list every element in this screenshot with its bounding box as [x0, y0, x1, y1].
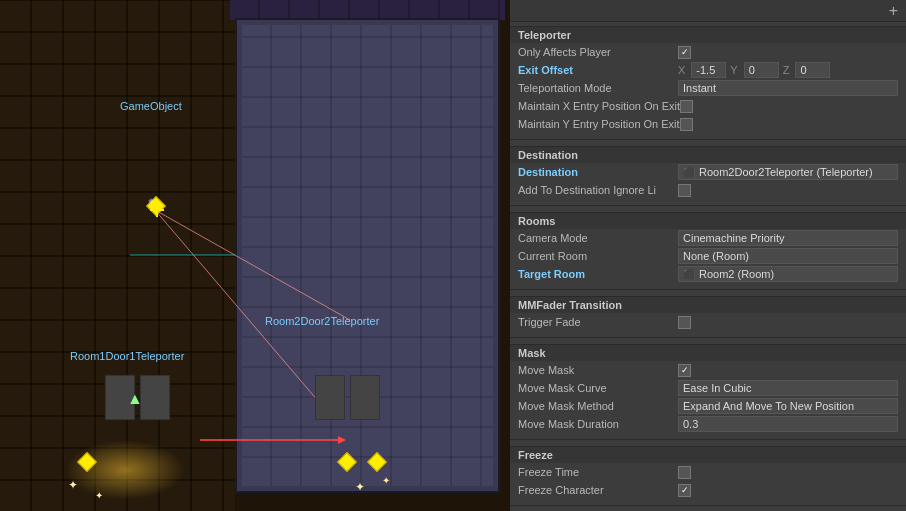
exit-offset-x[interactable]: -1.5: [691, 62, 726, 78]
divider-4: [510, 337, 906, 338]
freeze-time-checkbox[interactable]: [678, 466, 691, 479]
sparkle-3: ✦: [355, 480, 365, 494]
mmfader-title: MMFader Transition: [510, 296, 906, 313]
destination-title: Destination: [510, 146, 906, 163]
freeze-title: Freeze: [510, 446, 906, 463]
destination-row: Destination ⬛ Room2Door2Teleporter (Tele…: [510, 163, 906, 181]
divider-5: [510, 439, 906, 440]
z-label: Z: [783, 64, 790, 76]
move-mask-curve-label: Move Mask Curve: [518, 382, 678, 394]
teleportation-mode-value[interactable]: Instant: [678, 80, 898, 96]
diamond-icon-4: [370, 455, 384, 469]
room-obj-icon: ⬛: [683, 269, 695, 280]
structure-door2-left: [315, 375, 345, 420]
add-ignore-label: Add To Destination Ignore Li: [518, 184, 678, 196]
game-view: GameObject Room1Door1Teleporter ✦ ✦: [0, 0, 510, 511]
move-mask-duration-label: Move Mask Duration: [518, 418, 678, 430]
divider-2: [510, 205, 906, 206]
only-affects-player-row: Only Affects Player: [510, 43, 906, 61]
x-label: X: [678, 64, 685, 76]
trigger-fade-row: Trigger Fade: [510, 313, 906, 331]
destination-label: Destination: [518, 166, 678, 178]
move-mask-label: Move Mask: [518, 364, 678, 376]
camera-mode-label: Camera Mode: [518, 232, 678, 244]
camera-mode-value[interactable]: Cinemachine Priority: [678, 230, 898, 246]
move-mask-method-value[interactable]: Expand And Move To New Position: [678, 398, 898, 414]
glow-room1: [65, 440, 185, 500]
maintain-y-label: Maintain Y Entry Position On Exit: [518, 118, 680, 130]
structure-door1-right: [140, 375, 170, 420]
move-mask-method-label: Move Mask Method: [518, 400, 678, 412]
freeze-character-checkbox[interactable]: [678, 484, 691, 497]
divider-6: [510, 505, 906, 506]
section-mask: Mask Move Mask Move Mask Curve Ease In C…: [510, 340, 906, 437]
trigger-fade-checkbox[interactable]: [678, 316, 691, 329]
move-mask-checkbox[interactable]: [678, 364, 691, 377]
section-teleporter: Teleporter Only Affects Player Exit Offs…: [510, 22, 906, 137]
move-mask-curve-value[interactable]: Ease In Cubic: [678, 380, 898, 396]
move-mask-duration-row: Move Mask Duration 0.3: [510, 415, 906, 433]
structure-door2-right: [350, 375, 380, 420]
maintain-y-checkbox[interactable]: [680, 118, 693, 131]
move-mask-curve-row: Move Mask Curve Ease In Cubic: [510, 379, 906, 397]
obj-icon: ⬛: [683, 167, 695, 178]
inspector-panel: + Teleporter Only Affects Player Exit Of…: [510, 0, 906, 511]
target-room-value[interactable]: ⬛ Room2 (Room): [678, 266, 898, 282]
current-room-row: Current Room None (Room): [510, 247, 906, 265]
section-rooms: Rooms Camera Mode Cinemachine Priority C…: [510, 208, 906, 287]
add-ignore-checkbox[interactable]: [678, 184, 691, 197]
exit-offset-values: X -1.5 Y 0 Z 0: [678, 62, 830, 78]
teleportation-mode-label: Teleportation Mode: [518, 82, 678, 94]
inspector-header: +: [510, 0, 906, 22]
mask-title: Mask: [510, 344, 906, 361]
add-ignore-row: Add To Destination Ignore Li: [510, 181, 906, 199]
add-button[interactable]: +: [889, 3, 898, 19]
maintain-x-checkbox[interactable]: [680, 100, 693, 113]
only-affects-player-checkbox[interactable]: [678, 46, 691, 59]
divider-3: [510, 289, 906, 290]
rooms-title: Rooms: [510, 212, 906, 229]
teleportation-mode-row: Teleportation Mode Instant: [510, 79, 906, 97]
exit-offset-z[interactable]: 0: [795, 62, 830, 78]
section-mmfader: MMFader Transition Trigger Fade: [510, 292, 906, 335]
y-label: Y: [730, 64, 737, 76]
move-mask-duration-value[interactable]: 0.3: [678, 416, 898, 432]
divider-1: [510, 139, 906, 140]
camera-mode-row: Camera Mode Cinemachine Priority: [510, 229, 906, 247]
sparkle-4: ✦: [382, 475, 390, 486]
freeze-time-row: Freeze Time: [510, 463, 906, 481]
freeze-character-label: Freeze Character: [518, 484, 678, 496]
trigger-fade-label: Trigger Fade: [518, 316, 678, 328]
only-affects-player-label: Only Affects Player: [518, 46, 678, 58]
diamond-icon-2: [80, 455, 94, 469]
maintain-x-label: Maintain X Entry Position On Exit: [518, 100, 680, 112]
destination-value[interactable]: ⬛ Room2Door2Teleporter (Teleporter): [678, 164, 898, 180]
exit-offset-label: Exit Offset: [518, 64, 678, 76]
move-mask-method-row: Move Mask Method Expand And Move To New …: [510, 397, 906, 415]
current-room-value[interactable]: None (Room): [678, 248, 898, 264]
up-arrow: ▲: [127, 390, 143, 408]
section-freeze: Freeze Freeze Time Freeze Character: [510, 442, 906, 503]
teleporter-title: Teleporter: [510, 26, 906, 43]
exit-offset-row: Exit Offset X -1.5 Y 0 Z 0: [510, 61, 906, 79]
exit-offset-y[interactable]: 0: [744, 62, 779, 78]
gameobject-label: GameObject: [120, 100, 182, 112]
target-room-obj-name: Room2 (Room): [699, 268, 774, 280]
sparkle-2: ✦: [95, 490, 103, 501]
room2-label: Room2Door2Teleporter: [265, 315, 379, 327]
target-room-label: Target Room: [518, 268, 678, 280]
diamond-icon-3: [340, 455, 354, 469]
section-destination: Destination Destination ⬛ Room2Door2Tele…: [510, 142, 906, 203]
room1-label: Room1Door1Teleporter: [70, 350, 184, 362]
target-room-row: Target Room ⬛ Room2 (Room): [510, 265, 906, 283]
destination-obj-name: Room2Door2Teleporter (Teleporter): [699, 166, 873, 178]
freeze-character-row: Freeze Character: [510, 481, 906, 499]
move-mask-row: Move Mask: [510, 361, 906, 379]
maintain-x-row: Maintain X Entry Position On Exit: [510, 97, 906, 115]
current-room-label: Current Room: [518, 250, 678, 262]
maintain-y-row: Maintain Y Entry Position On Exit: [510, 115, 906, 133]
sparkle-1: ✦: [68, 478, 78, 492]
freeze-time-label: Freeze Time: [518, 466, 678, 478]
